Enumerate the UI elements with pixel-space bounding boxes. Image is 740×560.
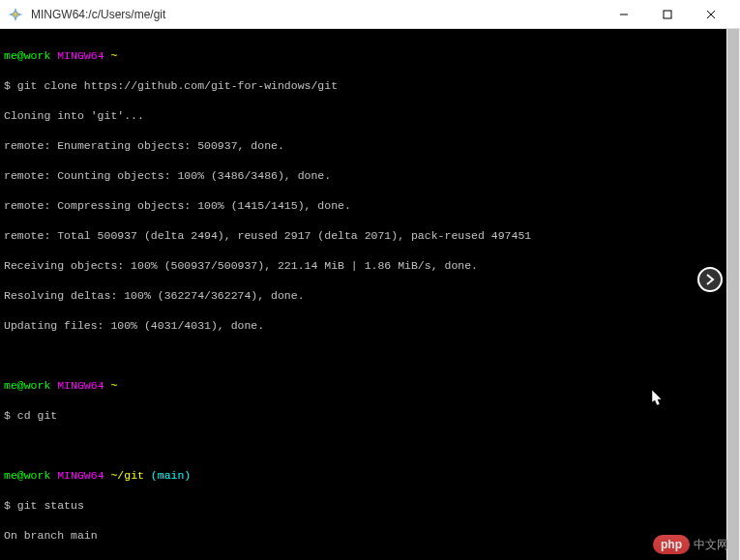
command: git status: [17, 499, 84, 512]
scrollbar-thumb[interactable]: [727, 29, 739, 560]
dollar-sign: $: [4, 79, 17, 92]
next-nav-button[interactable]: [697, 267, 723, 292]
output-line: Receiving objects: 100% (500937/500937),…: [4, 258, 723, 274]
output-line: remote: Counting objects: 100% (3486/348…: [4, 168, 723, 184]
command: git clone https://github.com/git-for-win…: [17, 79, 338, 92]
output-line: remote: Enumerating objects: 500937, don…: [4, 138, 723, 154]
dollar-sign: $: [4, 499, 17, 512]
vertical-scrollbar[interactable]: [726, 29, 740, 560]
window-titlebar: MINGW64:/c/Users/me/git: [0, 0, 740, 29]
window-title: MINGW64:/c/Users/me/git: [31, 8, 602, 21]
maximize-button[interactable]: [645, 0, 689, 29]
output-line: Updating files: 100% (4031/4031), done.: [4, 318, 723, 334]
prompt-user: me@work: [4, 469, 50, 482]
svg-rect-3: [664, 11, 671, 18]
chevron-right-icon: [705, 274, 715, 285]
terminal-output[interactable]: me@work MINGW64 ~ $ git clone https://gi…: [0, 29, 726, 560]
output-line: remote: Total 500937 (delta 2494), reuse…: [4, 228, 723, 244]
command: cd git: [17, 409, 57, 422]
output-line: On branch main: [4, 528, 723, 544]
svg-marker-1: [12, 11, 19, 18]
prompt-user: me@work: [4, 49, 50, 62]
close-button[interactable]: [689, 0, 732, 29]
prompt-user: me@work: [4, 379, 50, 392]
minimize-button[interactable]: [602, 0, 645, 29]
watermark-text: 中文网: [694, 537, 728, 553]
prompt-path: ~/git: [110, 469, 144, 482]
watermark: php 中文网: [653, 535, 728, 554]
output-line: Cloning into 'git'...: [4, 108, 723, 124]
prompt-branch: (main): [151, 469, 191, 482]
window-controls: [602, 0, 732, 29]
output-line: Resolving deltas: 100% (362274/362274), …: [4, 288, 723, 304]
prompt-env: MINGW64: [57, 49, 104, 62]
dollar-sign: $: [4, 409, 17, 422]
prompt-env: MINGW64: [57, 379, 104, 392]
prompt-path: ~: [110, 49, 117, 62]
prompt-env: MINGW64: [57, 469, 104, 482]
watermark-logo: php: [653, 535, 690, 554]
app-logo-icon: [8, 7, 23, 22]
output-line: remote: Compressing objects: 100% (1415/…: [4, 198, 723, 214]
prompt-path: ~: [110, 379, 117, 392]
